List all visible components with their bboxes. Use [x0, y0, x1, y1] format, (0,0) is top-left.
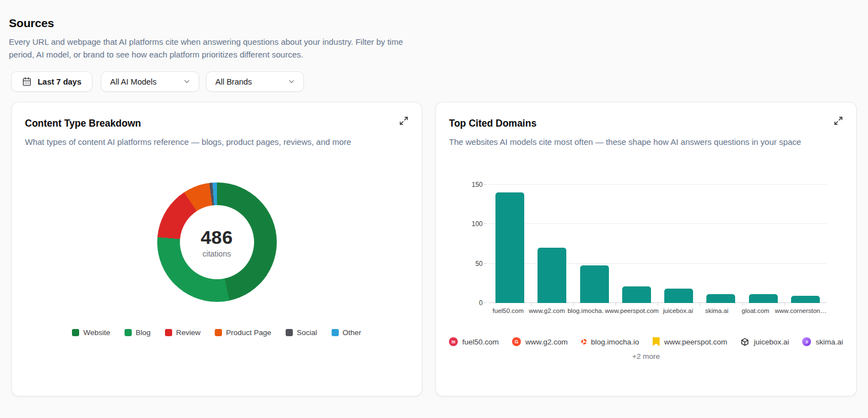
- x-axis-label: www.cornerston…: [775, 307, 826, 314]
- y-tickmark: [484, 223, 487, 224]
- domain-label: www.g2.com: [525, 338, 568, 346]
- imocha-favicon: [581, 339, 587, 344]
- card-title: Top Cited Domains: [449, 118, 843, 129]
- content-type-legend: WebsiteBlogReviewProduct PageSocialOther: [25, 328, 409, 337]
- legend-swatch: [286, 329, 293, 336]
- domain-legend-item: juicebox.ai: [741, 337, 789, 346]
- legend-swatch: [72, 329, 79, 336]
- bar-slot: [489, 173, 531, 303]
- g2-favicon: G: [512, 337, 521, 346]
- brand-value: All Brands: [215, 77, 252, 86]
- legend-swatch: [215, 329, 222, 336]
- more-domains-link[interactable]: +2 more: [449, 352, 843, 360]
- bar[interactable]: [538, 248, 566, 303]
- y-axis: 050100150: [461, 173, 489, 303]
- bar[interactable]: [622, 286, 651, 303]
- bar-slot: [784, 173, 826, 303]
- legend-item: Other: [332, 328, 361, 337]
- bar-plot: [489, 173, 826, 303]
- fuel50-favicon: 50: [449, 337, 458, 346]
- domain-label: juicebox.ai: [754, 338, 789, 346]
- x-axis-label: blog.imocha.: [566, 307, 605, 314]
- legend-item: Social: [286, 328, 317, 337]
- donut-center: 486 citations: [180, 205, 254, 279]
- x-axis-label: fuel50.com: [489, 307, 528, 314]
- y-tickmark: [484, 302, 487, 303]
- chevron-down-icon: [183, 77, 191, 86]
- bar[interactable]: [749, 294, 778, 303]
- bar[interactable]: [495, 192, 524, 303]
- page-header: Sources Every URL and webpage that AI pl…: [0, 0, 868, 61]
- x-axis-label: juicebox.ai: [659, 307, 698, 314]
- expand-icon: [399, 116, 409, 126]
- chevron-down-icon: [287, 77, 296, 86]
- bar[interactable]: [706, 294, 735, 303]
- bar[interactable]: [791, 296, 820, 303]
- juicebox-favicon: [741, 337, 750, 346]
- page-description: Every URL and webpage that AI platforms …: [9, 35, 420, 61]
- ai-model-select[interactable]: All AI Models: [101, 71, 199, 92]
- x-tickmark: [784, 303, 785, 306]
- domain-legend-item: blog.imocha.io: [581, 338, 639, 346]
- expand-button[interactable]: [396, 113, 411, 128]
- legend-label: Review: [176, 328, 200, 337]
- y-tick-label: 0: [479, 299, 483, 307]
- legend-item: Product Page: [215, 328, 271, 337]
- bar[interactable]: [664, 289, 693, 303]
- ai-model-value: All AI Models: [110, 77, 157, 86]
- filter-bar: Last 7 days All AI Models All Brands: [11, 71, 868, 92]
- bars-row: [489, 173, 826, 303]
- domain-legend-item: Sskima.ai: [802, 337, 843, 346]
- bar-slot: [658, 173, 700, 303]
- bar-slot: [531, 173, 573, 303]
- legend-label: Social: [297, 328, 317, 337]
- legend-label: Blog: [136, 328, 151, 337]
- x-axis-label: gloat.com: [736, 307, 775, 314]
- cards-row: Content Type Breakdown What types of con…: [11, 102, 857, 396]
- domain-label: www.peerspot.com: [664, 338, 727, 346]
- y-tickmark: [484, 184, 487, 185]
- x-axis-label: www.peerspot.com: [605, 307, 659, 314]
- y-tick-label: 100: [472, 220, 483, 228]
- brand-select[interactable]: All Brands: [206, 71, 304, 92]
- x-tickmark: [742, 303, 743, 306]
- domain-label: blog.imocha.io: [591, 338, 639, 346]
- domain-legend-item: Gwww.g2.com: [512, 337, 568, 346]
- bar-slot: [616, 173, 658, 303]
- domain-legend: 50fuel50.comGwww.g2.comblog.imocha.iowww…: [449, 337, 843, 346]
- card-subtitle: What types of content AI platforms refer…: [25, 136, 385, 148]
- legend-item: Blog: [125, 328, 151, 337]
- page-title: Sources: [9, 17, 859, 30]
- expand-icon: [834, 116, 843, 126]
- x-tickmark: [700, 303, 700, 306]
- top-domains-card: Top Cited Domains The websites AI models…: [435, 102, 857, 396]
- expand-button[interactable]: [830, 113, 846, 128]
- domain-legend-item: www.peerspot.com: [653, 337, 727, 346]
- content-type-card: Content Type Breakdown What types of con…: [11, 102, 422, 396]
- bar-slot: [700, 173, 742, 303]
- date-range-filter[interactable]: Last 7 days: [11, 71, 92, 92]
- legend-item: Website: [72, 328, 110, 337]
- legend-swatch: [165, 329, 172, 336]
- legend-swatch: [332, 329, 339, 336]
- bar-slot: [742, 173, 784, 303]
- x-axis-label: www.g2.com: [528, 307, 566, 314]
- legend-item: Review: [165, 328, 200, 337]
- citations-total: 486: [200, 227, 232, 248]
- bar-slot: [574, 173, 616, 303]
- domain-label: skima.ai: [815, 338, 843, 346]
- y-tick-label: 150: [472, 181, 483, 189]
- x-axis-label: skima.ai: [698, 307, 736, 314]
- date-range-label: Last 7 days: [38, 77, 81, 86]
- citations-label: citations: [203, 249, 231, 258]
- x-tickmark: [616, 303, 616, 306]
- y-tickmark: [484, 263, 487, 264]
- x-axis-labels: fuel50.comwww.g2.comblog.imocha.www.peer…: [489, 307, 826, 314]
- bar-chart: 050100150: [461, 173, 826, 303]
- calendar-icon: [22, 77, 32, 86]
- card-subtitle: The websites AI models cite most often —…: [449, 136, 809, 148]
- skima-favicon: S: [802, 337, 811, 346]
- bar[interactable]: [580, 265, 609, 303]
- x-tickmark: [658, 303, 658, 306]
- domain-label: fuel50.com: [462, 338, 499, 346]
